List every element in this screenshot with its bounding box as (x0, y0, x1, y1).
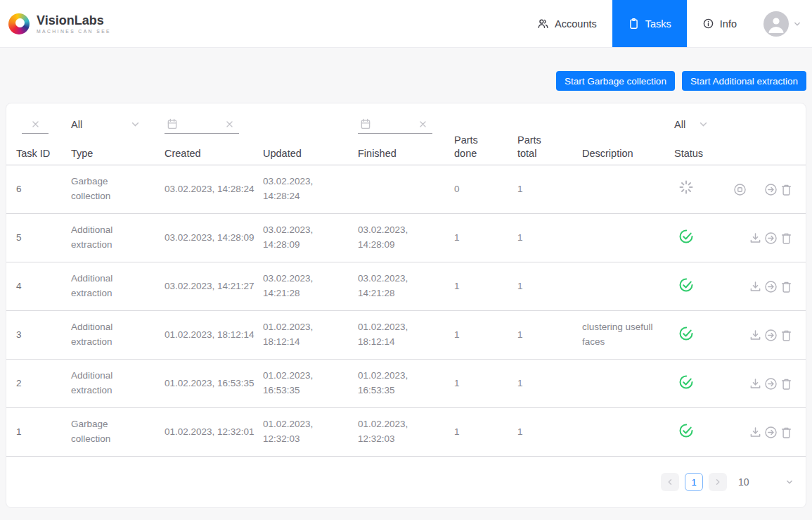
info-icon (702, 18, 714, 30)
table-row: 3Additional extraction01.02.2023, 18:12:… (6, 311, 806, 360)
created-cell: 03.02.2023, 14:28:09 (165, 231, 263, 246)
table-footer: 1 10 (6, 457, 806, 507)
column-label: Updated (263, 147, 352, 160)
clear-icon[interactable] (30, 118, 41, 130)
chevron-down-icon (792, 19, 802, 29)
open-icon (763, 425, 778, 440)
open-button[interactable] (763, 376, 778, 391)
open-button[interactable] (763, 279, 778, 294)
page-number-current[interactable]: 1 (685, 473, 703, 491)
updated-cell: 03.02.2023, 14:28:24 (263, 175, 358, 204)
updated-cell: 01.02.2023, 12:32:03 (263, 417, 358, 447)
table-row: 6Garbage collection03.02.2023, 14:28:240… (6, 165, 806, 214)
user-menu[interactable] (752, 0, 812, 47)
task-id-cell: 1 (16, 425, 71, 440)
action-slot (763, 180, 779, 199)
delete-icon (779, 425, 794, 440)
download-button[interactable] (748, 328, 763, 343)
action-slot (732, 180, 747, 199)
status-cell (674, 276, 732, 298)
column-description: Description (582, 115, 674, 168)
parts-done-cell: 1 (454, 376, 517, 391)
stop-button[interactable] (733, 182, 747, 197)
task-id-cell: 5 (16, 231, 71, 246)
download-icon (748, 328, 763, 343)
status-filter-select[interactable]: All (674, 115, 709, 134)
download-button[interactable] (748, 279, 763, 294)
open-button[interactable] (763, 182, 778, 197)
task-id-filter-input[interactable] (22, 115, 49, 134)
action-slot (747, 180, 763, 199)
page-size-select[interactable]: 10 (738, 476, 794, 488)
nav-label-info: Info (720, 18, 737, 30)
download-button[interactable] (748, 376, 763, 391)
row-actions (732, 326, 801, 345)
nav-item-accounts[interactable]: Accounts (522, 0, 612, 47)
next-page-button[interactable] (709, 473, 727, 491)
calendar-icon[interactable] (359, 118, 372, 130)
open-button[interactable] (763, 425, 778, 440)
download-icon (748, 425, 763, 440)
table-row: 1Garbage collection01.02.2023, 12:32:010… (6, 408, 806, 457)
open-icon (763, 328, 778, 343)
finished-date-filter[interactable] (358, 115, 432, 134)
updated-cell: 01.02.2023, 16:53:35 (263, 369, 358, 398)
table-row: 4Additional extraction03.02.2023, 14:21:… (6, 262, 806, 311)
delete-button[interactable] (779, 425, 794, 440)
toolbar: Start Garbage collection Start Additiona… (0, 48, 812, 103)
action-slot (779, 229, 794, 248)
task-id-cell: 6 (16, 182, 71, 197)
action-slot (732, 423, 747, 442)
spinner-icon (678, 179, 695, 201)
action-slot (763, 374, 779, 393)
delete-button[interactable] (779, 231, 794, 246)
column-parts-total: Parts total (517, 115, 582, 168)
chevron-down-icon (697, 118, 709, 130)
success-icon (678, 276, 695, 298)
action-slot (732, 374, 747, 393)
chevron-right-icon (713, 477, 723, 487)
delete-button[interactable] (779, 279, 794, 294)
chevron-down-icon (785, 477, 794, 487)
description-cell: clustering usefull faces (582, 320, 661, 350)
open-button[interactable] (763, 231, 778, 246)
nav-item-tasks[interactable]: Tasks (612, 0, 687, 47)
parts-done-cell: 0 (454, 182, 517, 197)
delete-button[interactable] (779, 182, 794, 197)
type-filter-select[interactable]: All (71, 115, 141, 134)
action-slot (779, 180, 794, 199)
type-cell: Additional extraction (71, 369, 138, 398)
parts-total-cell: 1 (517, 328, 582, 343)
calendar-icon[interactable] (166, 118, 179, 130)
updated-cell: 03.02.2023, 14:21:28 (263, 272, 358, 301)
delete-button[interactable] (779, 328, 794, 343)
clear-icon[interactable] (224, 118, 236, 130)
download-icon (748, 279, 763, 294)
parts-done-cell: 1 (454, 279, 517, 294)
parts-done-cell: 1 (454, 328, 517, 343)
column-label: Created (165, 147, 257, 160)
column-finished: Finished (358, 115, 454, 168)
column-label: Task ID (16, 147, 65, 160)
start-garbage-collection-button[interactable]: Start Garbage collection (556, 71, 675, 91)
action-slot (763, 423, 779, 442)
download-icon (748, 231, 763, 246)
open-button[interactable] (763, 328, 778, 343)
download-button[interactable] (748, 425, 763, 440)
parts-total-cell: 1 (517, 231, 582, 246)
finished-cell: 01.02.2023, 12:32:03 (358, 417, 454, 447)
clear-icon[interactable] (417, 118, 429, 130)
start-additional-extraction-button[interactable]: Start Additional extraction (682, 71, 806, 91)
column-label: Type (71, 147, 159, 160)
download-button[interactable] (748, 231, 763, 246)
task-id-cell: 2 (16, 376, 71, 391)
created-date-filter[interactable] (165, 115, 239, 134)
prev-page-button[interactable] (661, 473, 679, 491)
nav-item-info[interactable]: Info (687, 0, 752, 47)
delete-button[interactable] (779, 376, 794, 391)
clipboard-icon (628, 18, 640, 30)
type-cell: Additional extraction (71, 272, 138, 301)
finished-cell: 03.02.2023, 14:21:28 (358, 272, 454, 301)
action-slot (763, 229, 779, 248)
people-icon (537, 18, 549, 30)
